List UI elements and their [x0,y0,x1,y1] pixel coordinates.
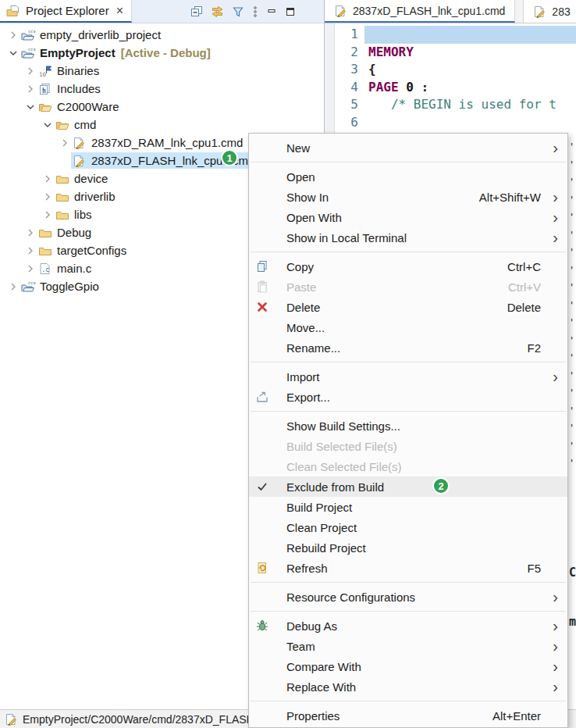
menu-item-show-in-local-terminal[interactable]: Show in Local Terminal› [249,227,567,248]
submenu-arrow-icon: › [547,618,558,633]
tree-item-c2000ware[interactable]: C2000Ware [0,98,324,116]
tree-item-content: hIncludes [37,80,105,97]
tree-item-content: .cmain.c [37,260,95,277]
code-text: PAGE 0 : [364,79,576,97]
menu-item-copy[interactable]: CopyCtrl+C [249,256,567,277]
menu-item-replace-with[interactable]: Replace With› [249,676,567,697]
menu-item-new[interactable]: New› [249,137,567,158]
code-segment: PAGE [368,80,399,95]
menu-item-rebuild-project[interactable]: Rebuild Project [249,537,567,558]
menu-item-label: Build Selected File(s) [286,440,397,453]
menu-item-label: Import [286,370,320,384]
code-line-4[interactable]: 4PAGE 0 : [335,79,576,97]
chevron-down-icon[interactable] [23,101,37,113]
chevron-right-icon[interactable] [41,191,54,203]
view-menu-icon[interactable] [252,5,258,18]
chevron-down-icon[interactable] [41,119,54,131]
menu-item-team[interactable]: Team› [249,636,567,656]
edge-fragment: ': [569,247,576,258]
filter-icon[interactable] [232,5,244,18]
tree-item-empty-driverlib-project[interactable]: ccsempty_driverlib_project [0,26,324,44]
refresh-icon [256,562,286,574]
view-tabbar: Project Explorer × [0,0,324,23]
line-number: 6 [335,114,364,132]
tree-item-label: C2000Ware [57,100,119,113]
line-number: 4 [335,79,364,97]
chevron-right-icon[interactable] [23,244,37,257]
folder-icon [55,209,70,221]
menu-item-refresh[interactable]: RefreshF5 [249,558,567,578]
maximize-icon[interactable] [285,6,296,17]
menu-item-delete[interactable]: DeleteDelete [249,297,567,317]
menu-item-label: Open With [286,211,342,224]
edge-fragment: ': [569,458,576,469]
tree-item-content: driverlib [54,188,119,205]
tab-project-explorer[interactable]: Project Explorer × [0,0,132,23]
editor-tab-2837xd-flash-lnk-cpu1-cmd[interactable]: 2837xD_FLASH_lnk_cpu1.cmd [325,0,515,23]
menu-item-show-build-settings[interactable]: Show Build Settings... [249,416,567,436]
menu-item-properties[interactable]: PropertiesAlt+Enter [249,705,567,726]
line-number: 1 [335,26,364,44]
menu-item-debug-as[interactable]: Debug As› [249,616,567,636]
check-icon [256,480,286,493]
menu-item-show-in[interactable]: Show InAlt+Shift+W› [249,187,567,207]
chevron-right-icon[interactable] [23,83,37,95]
menu-item-export[interactable]: Export... [249,387,567,407]
chevron-right-icon[interactable] [23,262,37,275]
code-line-3[interactable]: 3{ [335,61,576,79]
submenu-arrow-icon: › [547,189,558,205]
tree-item-binaries[interactable]: 10Binaries [0,62,324,80]
menu-item-rename[interactable]: Rename...F2 [249,337,567,358]
svg-text:ccs: ccs [28,280,36,285]
code-line-5[interactable]: 5 /* BEGIN is used for t [335,96,576,114]
edge-fragment: ': [569,282,576,293]
menu-item-resource-configurations[interactable]: Resource Configurations› [249,587,567,607]
svg-text:ccs: ccs [28,29,36,34]
export-icon [256,391,286,403]
menu-shortcut: F2 [527,341,547,355]
code-line-2[interactable]: 2MEMORY [335,44,576,62]
code-text: /* BEGIN is used for t [364,96,576,114]
menu-item-build-project[interactable]: Build Project [249,497,567,517]
tree-item-includes[interactable]: hIncludes [0,80,324,98]
tree-item-emptyproject[interactable]: ccsEmptyProject[Active - Debug] [0,44,324,62]
minimize-icon[interactable] [266,6,277,17]
tree-item-content: Debug [37,224,95,241]
chevron-down-icon[interactable] [6,47,20,59]
tree-item-content: libs [54,206,96,223]
menu-item-label: Rename... [286,341,340,355]
menu-item-open[interactable]: Open [249,166,567,187]
tree-item-label: Debug [57,226,91,239]
chevron-right-icon[interactable] [6,280,20,293]
menu-item-compare-with[interactable]: Compare With› [249,656,567,676]
chevron-right-icon[interactable] [23,227,37,239]
code-line-1[interactable]: 1 [335,26,576,44]
editor-tab-283[interactable]: 283 [523,0,576,23]
collapse-all-icon[interactable] [190,5,203,18]
tree-item-cmd[interactable]: cmd [0,116,324,134]
menu-item-build-selected-file-s: Build Selected File(s) [249,436,567,456]
menu-item-clean-project[interactable]: Clean Project [249,517,567,537]
code-line-6[interactable]: 6 [335,114,576,132]
menu-item-clean-selected-file-s: Clean Selected File(s) [249,456,567,476]
menu-item-move[interactable]: Move... [249,317,567,337]
binaries-icon: 10 [38,65,53,77]
chevron-right-icon[interactable] [58,137,71,149]
status-file-icon [5,713,18,726]
c-file-icon: .c [38,262,53,275]
debug-icon [256,619,286,632]
chevron-right-icon[interactable] [41,173,54,185]
menu-item-label: Delete [286,301,320,314]
chevron-right-icon[interactable] [6,29,20,41]
menu-item-import[interactable]: Import› [249,366,567,387]
chevron-right-icon[interactable] [23,65,37,77]
close-icon[interactable]: × [116,4,123,18]
link-with-editor-icon[interactable] [211,5,224,18]
chevron-right-icon[interactable] [41,209,54,221]
cmd-file-icon [73,155,87,167]
menu-item-exclude-from-build[interactable]: Exclude from Build [249,476,567,497]
ccs-project-icon: ccs [21,280,36,293]
menu-item-open-with[interactable]: Open With› [249,207,567,227]
tree-item-label: ToggleGpio [40,280,99,293]
tree-item-content: cmd [54,116,100,133]
